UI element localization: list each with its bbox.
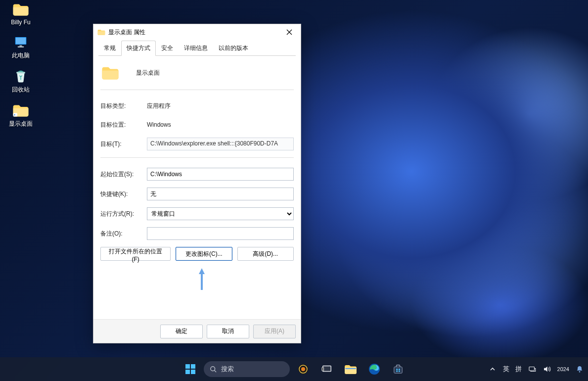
separator <box>100 157 294 158</box>
svg-rect-14 <box>322 366 331 372</box>
dialog-footer: 确定 取消 应用(A) <box>93 319 301 343</box>
search-placeholder: 搜索 <box>221 365 234 374</box>
desktop-icon-show-desktop[interactable]: 显示桌面 <box>3 101 39 129</box>
svg-rect-22 <box>398 371 400 372</box>
desktop-icon-label: 此电脑 <box>3 51 39 60</box>
label-start-in: 起始位置(S): <box>100 170 147 179</box>
svg-rect-9 <box>191 370 195 374</box>
svg-point-24 <box>579 371 581 373</box>
tab-previous-versions[interactable]: 以前的版本 <box>213 41 254 56</box>
desktop-icon-recycle-bin[interactable]: 回收站 <box>3 67 39 95</box>
shortcut-name: 显示桌面 <box>136 69 160 77</box>
svg-rect-15 <box>321 367 323 371</box>
desktop-icon-label: 回收站 <box>3 86 39 94</box>
desktop-icon-this-pc[interactable]: 此电脑 <box>3 33 39 61</box>
ok-button[interactable]: 确定 <box>160 325 203 338</box>
folder-icon <box>12 2 29 17</box>
label-run: 运行方式(R): <box>100 210 147 218</box>
hotkey-input[interactable] <box>147 188 294 200</box>
desktop-icon-label: Billy Fu <box>3 19 39 26</box>
value-target-type: 应用程序 <box>147 102 294 110</box>
tray-overflow-icon[interactable] <box>488 365 497 374</box>
label-target-location: 目标位置: <box>100 121 147 129</box>
svg-rect-5 <box>13 113 17 117</box>
ime-mode[interactable]: 拼 <box>515 365 522 374</box>
change-icon-button[interactable]: 更改图标(C)... <box>176 247 232 261</box>
svg-rect-18 <box>394 367 402 373</box>
svg-rect-19 <box>396 369 398 370</box>
svg-point-10 <box>210 366 215 371</box>
folder-icon <box>101 65 119 81</box>
close-button[interactable] <box>278 24 301 40</box>
taskbar-edge[interactable] <box>364 359 385 380</box>
tab-content: 显示桌面 目标类型: 应用程序 目标位置: Windows 目标(T): C:\… <box>93 56 301 261</box>
notifications-icon[interactable] <box>575 365 584 374</box>
taskbar: 搜索 英 拼 2024 <box>0 357 588 381</box>
properties-dialog: 显示桌面 属性 常规 快捷方式 安全 详细信息 以前的版本 显示桌面 目标类型:… <box>93 24 301 343</box>
svg-rect-3 <box>18 47 24 48</box>
desktop-icon-label: 显示桌面 <box>3 120 39 128</box>
start-in-input[interactable] <box>147 168 294 181</box>
volume-icon[interactable] <box>543 365 551 374</box>
run-mode-select[interactable]: 常规窗口 <box>147 207 294 220</box>
value-target-location: Windows <box>147 121 294 128</box>
svg-rect-4 <box>16 72 25 73</box>
label-comment: 备注(O): <box>100 230 147 238</box>
taskbar-explorer[interactable] <box>340 359 361 380</box>
svg-point-13 <box>301 367 305 371</box>
folder-shortcut-icon <box>12 103 29 118</box>
desktop-icon-user-folder[interactable]: Billy Fu <box>3 0 39 27</box>
taskbar-taskview[interactable] <box>317 359 337 380</box>
svg-rect-6 <box>185 364 190 369</box>
tray-clock[interactable]: 2024 <box>557 366 569 372</box>
label-hotkey: 快捷键(K): <box>100 190 147 198</box>
svg-rect-20 <box>398 369 400 370</box>
svg-rect-1 <box>16 38 26 44</box>
label-target: 目标(T): <box>100 140 147 148</box>
tab-shortcut[interactable]: 快捷方式 <box>121 41 156 56</box>
tab-strip: 常规 快捷方式 安全 详细信息 以前的版本 <box>93 40 301 55</box>
target-input[interactable]: C:\Windows\explorer.exe shell:::{3080F90… <box>147 138 294 150</box>
desktop-icons: Billy Fu 此电脑 回收站 显示桌面 <box>3 0 43 135</box>
svg-rect-16 <box>345 368 356 369</box>
label-target-type: 目标类型: <box>100 102 147 110</box>
cancel-button[interactable]: 取消 <box>207 325 249 338</box>
taskbar-copilot[interactable] <box>293 359 314 380</box>
comment-input[interactable] <box>147 227 294 240</box>
taskbar-store[interactable] <box>388 359 408 380</box>
monitor-icon <box>12 35 29 49</box>
open-file-location-button[interactable]: 打开文件所在的位置(F) <box>100 247 171 261</box>
folder-icon <box>97 28 105 36</box>
svg-rect-23 <box>529 367 535 371</box>
advanced-button[interactable]: 高级(D)... <box>237 247 294 261</box>
dialog-title: 显示桌面 属性 <box>108 28 278 37</box>
taskbar-search[interactable]: 搜索 <box>204 361 290 377</box>
recycle-bin-icon <box>12 69 29 84</box>
system-tray: 英 拼 2024 <box>488 365 584 374</box>
network-icon[interactable] <box>528 365 537 374</box>
apply-button[interactable]: 应用(A) <box>253 325 296 338</box>
tab-security[interactable]: 安全 <box>156 41 179 56</box>
svg-rect-8 <box>185 370 190 374</box>
titlebar[interactable]: 显示桌面 属性 <box>93 24 301 40</box>
svg-rect-21 <box>396 371 398 372</box>
search-icon <box>210 366 217 373</box>
svg-rect-7 <box>191 364 195 369</box>
svg-rect-2 <box>20 45 22 47</box>
tab-general[interactable]: 常规 <box>98 41 121 56</box>
start-button[interactable] <box>180 359 201 380</box>
ime-language[interactable]: 英 <box>503 365 509 374</box>
tab-details[interactable]: 详细信息 <box>179 41 213 56</box>
